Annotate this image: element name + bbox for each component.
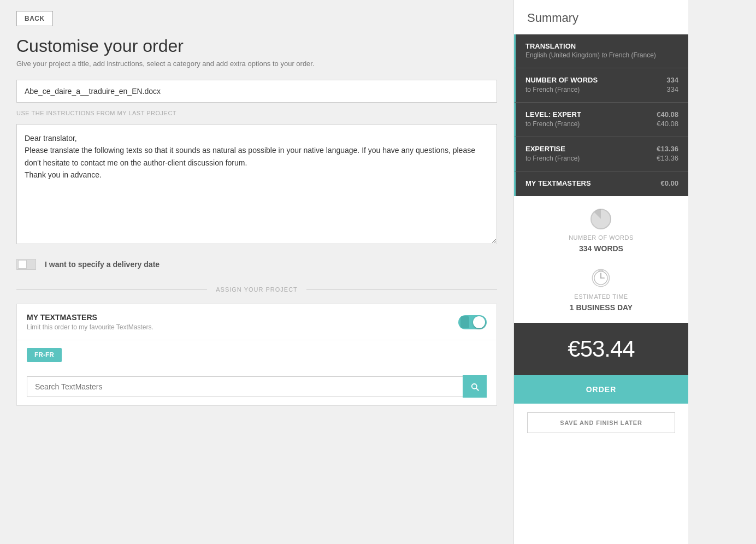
summary-translation-section: TRANSLATION English (United Kingdom) to … <box>514 34 688 68</box>
my-textmasters-title: MY TEXTMASTERS <box>27 313 153 322</box>
level-label: LEVEL: EXPERT <box>525 110 581 119</box>
order-button[interactable]: ORDER <box>514 375 688 404</box>
save-finish-later-button[interactable]: SAVE AND FINISH LATER <box>527 412 675 433</box>
toggle-left-block <box>460 316 469 328</box>
toggle-container[interactable] <box>458 315 487 329</box>
words-label: NUMBER OF WORDS <box>525 76 598 84</box>
mytextmasters-row: MY TEXTMASTERS €0.00 <box>525 179 678 187</box>
my-textmasters-subtitle: Limit this order to my favourite TextMas… <box>27 323 153 331</box>
level-sublabel: to French (France) <box>525 120 580 128</box>
price-section: €53.44 <box>514 323 688 375</box>
left-panel: BACK Customise your order Give your proj… <box>0 0 513 544</box>
search-button[interactable] <box>463 375 487 398</box>
level-row: LEVEL: EXPERT €40.08 <box>525 110 678 119</box>
time-stat-value: 1 BUSINESS DAY <box>570 303 633 312</box>
words-stat-label: NUMBER OF WORDS <box>569 234 634 241</box>
mytextmasters-label: MY TEXTMASTERS <box>525 179 591 187</box>
assign-card: MY TEXTMASTERS Limit this order to my fa… <box>16 304 497 406</box>
filter-tag-fr-fr[interactable]: FR-FR <box>27 348 62 362</box>
toggle-thumb <box>473 316 485 328</box>
expertise-sub-row: to French (France) €13.36 <box>525 154 678 162</box>
toggle-switch[interactable] <box>458 315 487 329</box>
translation-label: TRANSLATION <box>525 42 576 50</box>
expertise-value: €13.36 <box>657 145 678 153</box>
level-sub-row: to French (France) €40.08 <box>525 120 678 128</box>
delivery-checkbox[interactable] <box>16 259 36 270</box>
summary-words-section: NUMBER OF WORDS 334 to French (France) 3… <box>514 68 688 102</box>
search-row <box>17 370 497 405</box>
words-subvalue: 334 <box>666 85 678 93</box>
price-amount: 53.44 <box>580 336 635 362</box>
filter-row: FR-FR <box>17 340 497 370</box>
expertise-label: EXPERTISE <box>525 145 565 153</box>
words-stat: NUMBER OF WORDS 334 WORDS <box>569 207 634 253</box>
instructions-textarea[interactable]: Dear translator, Please translate the fo… <box>16 124 497 244</box>
expertise-row: EXPERTISE €13.36 <box>525 145 678 153</box>
stats-section: NUMBER OF WORDS 334 WORDS ESTIMATED T <box>514 196 688 323</box>
summary-header: Summary <box>514 0 688 34</box>
words-stat-icon <box>589 207 613 231</box>
price-display: €53.44 <box>527 336 675 362</box>
level-subvalue: €40.08 <box>657 120 678 128</box>
use-instructions-link[interactable]: USE THE INSTRUCTIONS FROM MY LAST PROJEC… <box>16 110 176 116</box>
my-textmasters-info: MY TEXTMASTERS Limit this order to my fa… <box>27 313 153 331</box>
time-stat-label: ESTIMATED TIME <box>574 293 628 300</box>
delivery-label: I want to specify a delivery date <box>45 260 160 269</box>
summary-level-section: LEVEL: EXPERT €40.08 to French (France) … <box>514 102 688 137</box>
translation-details-row: English (United Kingdom) to French (Fran… <box>525 51 678 59</box>
assign-divider: ASSIGN YOUR PROJECT <box>16 286 497 293</box>
words-stat-value: 334 WORDS <box>579 244 623 253</box>
page-title: Customise your order <box>16 36 497 56</box>
summary-dark-section: TRANSLATION English (United Kingdom) to … <box>514 34 688 196</box>
pie-chart-icon <box>589 207 613 231</box>
words-value: 334 <box>666 76 678 84</box>
words-sublabel: to French (France) <box>525 86 580 93</box>
checkbox-inner <box>18 260 27 269</box>
expertise-sublabel: to French (France) <box>525 155 580 162</box>
words-sub-row: to French (France) 334 <box>525 85 678 93</box>
time-stat: ESTIMATED TIME 1 BUSINESS DAY <box>570 266 633 312</box>
right-panel: Summary TRANSLATION English (United King… <box>513 0 688 544</box>
page-subtitle: Give your project a title, add instructi… <box>16 60 497 68</box>
words-row: NUMBER OF WORDS 334 <box>525 76 678 84</box>
expertise-subvalue: €13.36 <box>657 154 678 162</box>
assign-label: ASSIGN YOUR PROJECT <box>216 286 298 293</box>
translation-details: English (United Kingdom) to French (Fran… <box>525 51 656 59</box>
search-icon <box>470 382 480 392</box>
project-title-input[interactable] <box>16 80 497 103</box>
search-textmasters-input[interactable] <box>27 376 463 397</box>
checkbox-outer[interactable] <box>16 259 36 270</box>
translation-label-row: TRANSLATION <box>525 42 678 50</box>
clock-icon <box>590 268 611 288</box>
summary-expertise-section: EXPERTISE €13.36 to French (France) €13.… <box>514 137 688 171</box>
mytextmasters-value: €0.00 <box>660 179 678 187</box>
time-stat-icon <box>589 266 613 290</box>
back-button[interactable]: BACK <box>16 11 53 26</box>
price-currency: € <box>568 336 580 362</box>
summary-mytextmasters-section: MY TEXTMASTERS €0.00 <box>514 171 688 196</box>
delivery-section: I want to specify a delivery date <box>16 259 497 270</box>
level-value: €40.08 <box>657 110 678 119</box>
my-textmasters-row: MY TEXTMASTERS Limit this order to my fa… <box>17 304 497 340</box>
